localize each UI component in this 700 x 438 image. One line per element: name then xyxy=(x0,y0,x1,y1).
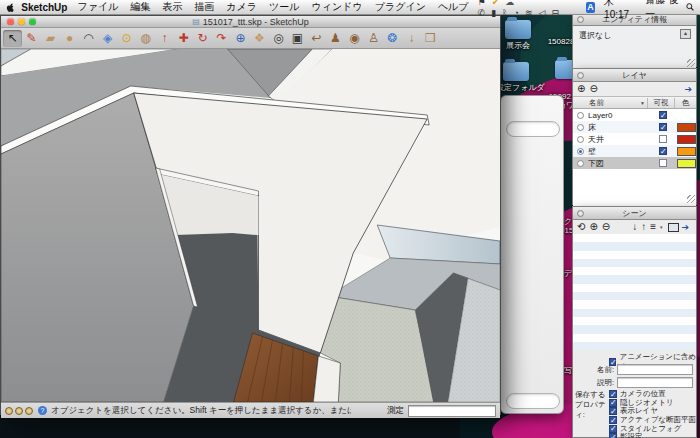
scene-list-row[interactable] xyxy=(573,284,696,292)
background-window[interactable] xyxy=(500,95,564,414)
layer-visible-checkbox[interactable] xyxy=(659,135,667,143)
layer-current-radio[interactable] xyxy=(577,148,584,155)
layer-color-swatch[interactable] xyxy=(677,111,696,120)
orbit-tool[interactable]: ⊕ xyxy=(231,30,250,47)
layer-row[interactable]: 下図 xyxy=(573,157,696,169)
scene-property-checkbox[interactable] xyxy=(609,407,617,415)
panel-close-icon[interactable] xyxy=(577,210,584,217)
menu-item[interactable]: 編集 xyxy=(130,0,150,14)
column-name[interactable]: 名前 xyxy=(573,98,640,108)
layers-flyout-icon[interactable]: ➔ xyxy=(684,84,692,94)
pan-tool[interactable]: ❖ xyxy=(250,30,269,47)
move-scene-up-button[interactable]: ↑ xyxy=(641,222,646,232)
layer-visible-checkbox[interactable] xyxy=(659,111,667,119)
timemachine-icon[interactable]: ◔ xyxy=(513,8,518,18)
scene-property-checkbox[interactable] xyxy=(609,433,617,438)
scene-list-row[interactable] xyxy=(573,259,696,267)
sync-check-icon[interactable]: ✔ xyxy=(492,0,500,7)
line-tool[interactable]: ✎ xyxy=(22,30,41,47)
layer-current-radio[interactable] xyxy=(577,160,584,167)
add-scene-button[interactable]: ⊕ xyxy=(589,222,597,232)
menu-item[interactable]: プラグイン xyxy=(375,0,426,14)
resize-grip[interactable] xyxy=(687,195,695,203)
layer-color-swatch[interactable] xyxy=(677,135,696,144)
menu-item[interactable]: カメラ xyxy=(226,0,257,14)
offset-tool[interactable]: ↷ xyxy=(212,30,231,47)
phone-icon[interactable]: ✆ xyxy=(478,8,486,18)
remove-layer-button[interactable]: ⊖ xyxy=(589,84,597,94)
geo-credit-icon[interactable] xyxy=(5,407,13,415)
menu-item[interactable]: ファイル xyxy=(77,0,118,14)
minimize-button[interactable] xyxy=(18,18,25,25)
scenes-list[interactable] xyxy=(573,234,696,350)
layers-column-headers[interactable]: 名前 ▼ 可視 色 xyxy=(573,96,696,109)
geo-location-icon[interactable] xyxy=(15,407,23,415)
scene-desc-field[interactable] xyxy=(617,377,693,388)
remove-scene-button[interactable]: ⊖ xyxy=(602,222,610,232)
walk-tool[interactable]: ♙ xyxy=(364,30,383,47)
look-around-tool[interactable]: ◉ xyxy=(345,30,364,47)
rotate-tool[interactable]: ↻ xyxy=(193,30,212,47)
scene-list-row[interactable] xyxy=(573,275,696,283)
desktop-icon[interactable]: 設定フォルダ xyxy=(496,62,536,92)
scene-list-row[interactable] xyxy=(573,234,696,242)
menu-item[interactable]: ヘルプ xyxy=(438,0,469,14)
zoom-tool[interactable]: ◎ xyxy=(269,30,288,47)
model-viewport[interactable] xyxy=(1,49,500,402)
layer-row[interactable]: 天井 xyxy=(573,133,696,145)
active-app-name[interactable]: SketchUp xyxy=(21,2,67,13)
paint-bucket-tool[interactable]: ◍ xyxy=(136,30,155,47)
scene-property-checkbox[interactable] xyxy=(609,390,617,398)
move-scene-down-button[interactable]: ↓ xyxy=(632,222,637,232)
zoom-button[interactable] xyxy=(29,18,36,25)
battery-icon[interactable]: ▮ xyxy=(491,8,496,18)
menu-item[interactable]: 描画 xyxy=(194,0,214,14)
scene-list-row[interactable] xyxy=(573,242,696,250)
background-bottom-field[interactable] xyxy=(506,393,560,409)
layer-color-swatch[interactable] xyxy=(677,159,696,168)
get-models-tool[interactable]: ↓ xyxy=(402,30,421,47)
column-color[interactable]: 色 xyxy=(674,98,696,108)
shield-icon[interactable]: ⚑ xyxy=(478,0,486,7)
help-icon[interactable]: ? xyxy=(38,406,47,415)
push-pull-tool[interactable]: ↑ xyxy=(155,30,174,47)
measurement-field[interactable] xyxy=(408,405,496,417)
scene-list-row[interactable] xyxy=(573,325,696,333)
scene-property-checkbox[interactable] xyxy=(609,425,617,433)
desktop-icon[interactable]: 展示会 xyxy=(498,20,538,50)
menu-clock[interactable]: 木 10:17 xyxy=(604,0,635,20)
window-title-bar[interactable]: ▤ 151017_ttt.skp - SketchUp xyxy=(1,16,500,28)
zoom-extents-tool[interactable]: ▣ xyxy=(288,30,307,47)
column-visible[interactable]: 可視 xyxy=(647,98,674,108)
scene-list-row[interactable] xyxy=(573,309,696,317)
layer-row[interactable]: 壁 xyxy=(573,145,696,157)
close-button[interactable] xyxy=(7,18,14,25)
geo-model-icon[interactable] xyxy=(25,407,33,415)
layer-visible-checkbox[interactable] xyxy=(659,147,667,155)
share-model-tool[interactable]: ❒ xyxy=(421,30,440,47)
layer-row[interactable]: Layer0 xyxy=(573,109,696,121)
layer-row[interactable]: 床 xyxy=(573,121,696,133)
input-method-badge[interactable]: A xyxy=(586,2,595,13)
update-scene-button[interactable]: ⟲ xyxy=(577,222,585,232)
view-options-button[interactable]: ≡ xyxy=(650,222,656,232)
rectangle-tool[interactable]: ▰ xyxy=(41,30,60,47)
previous-view-tool[interactable]: ↩ xyxy=(307,30,326,47)
scenes-header[interactable]: シーン xyxy=(573,207,696,220)
background-search-field[interactable] xyxy=(506,121,560,137)
position-camera-tool[interactable]: ♟ xyxy=(326,30,345,47)
circle-tool[interactable]: ● xyxy=(60,30,79,47)
layer-visible-checkbox[interactable] xyxy=(659,159,667,167)
scene-list-row[interactable] xyxy=(573,292,696,300)
scene-list-row[interactable] xyxy=(573,251,696,259)
scene-property-checkbox[interactable] xyxy=(609,416,617,424)
spotlight-icon[interactable] xyxy=(686,2,694,12)
layer-current-radio[interactable] xyxy=(577,112,584,119)
entity-details-icon[interactable]: ▴ xyxy=(680,29,691,39)
layers-header[interactable]: レイヤ xyxy=(573,69,696,82)
select-tool[interactable]: ↖ xyxy=(3,30,22,47)
menu-item[interactable]: ウィンドウ xyxy=(312,0,363,14)
resize-grip[interactable] xyxy=(687,59,695,67)
add-location-tool[interactable]: ❂ xyxy=(383,30,402,47)
tape-measure-tool[interactable]: ⊙ xyxy=(117,30,136,47)
